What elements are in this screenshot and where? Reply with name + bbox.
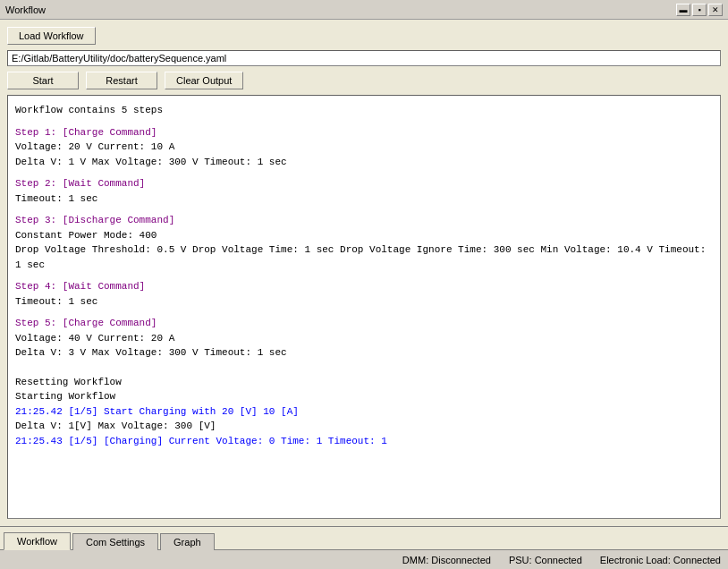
load-status: Electronic Load: Connected [600,555,721,565]
clear-output-button[interactable]: Clear Output [165,72,243,89]
output-line: Step 5: [Charge Command] [15,316,713,331]
output-line: Delta V: 1[V] Max Voltage: 300 [V] [15,419,713,434]
output-line: Starting Workflow [15,389,713,404]
window-controls: ▬ ▪ ✕ [676,4,723,16]
restart-button[interactable]: Restart [86,72,157,89]
output-line: Constant Power Mode: 400 [15,228,713,243]
output-line: Step 1: [Charge Command] [15,125,713,140]
output-line: Step 4: [Wait Command] [15,279,713,294]
maximize-button[interactable]: ▪ [692,4,707,16]
load-workflow-row: Load Workflow [7,27,721,45]
output-line: Delta V: 3 V Max Voltage: 300 V Timeout:… [15,345,713,361]
output-line: Timeout: 1 sec [15,191,713,207]
output-line: Drop Voltage Threshold: 0.5 V Drop Volta… [15,242,713,272]
output-line: Step 2: [Wait Command] [15,176,713,191]
main-content: Load Workflow Start Restart Clear Output… [0,20,728,526]
title-bar: Workflow ▬ ▪ ✕ [0,0,728,20]
psu-status: PSU: Connected [509,555,582,565]
output-area[interactable]: Workflow contains 5 stepsStep 1: [Charge… [7,95,721,519]
action-buttons-row: Start Restart Clear Output [7,72,721,89]
window-title: Workflow [5,4,46,15]
close-button[interactable]: ✕ [708,4,723,16]
dmm-status: DMM: Disconnected [402,555,491,565]
status-bar: DMM: Disconnected PSU: Connected Electro… [0,549,728,569]
output-line: Resetting Workflow [15,375,713,390]
output-line: Step 3: [Discharge Command] [15,213,713,228]
tab-workflow[interactable]: Workflow [4,532,71,550]
output-line: 21:25.43 [1/5] [Charging] Current Voltag… [15,434,713,449]
load-workflow-button[interactable]: Load Workflow [7,27,96,45]
start-button[interactable]: Start [7,72,79,89]
output-line: Voltage: 40 V Current: 20 A [15,331,713,346]
output-line: Delta V: 1 V Max Voltage: 300 V Timeout:… [15,155,713,170]
filepath-input[interactable] [7,50,721,66]
output-line: Timeout: 1 sec [15,294,713,310]
output-line: 21:25.42 [1/5] Start Charging with 20 [V… [15,404,713,420]
tab-com-settings[interactable]: Com Settings [72,533,158,550]
filepath-row [7,50,721,66]
tab-graph[interactable]: Graph [160,533,215,550]
minimize-button[interactable]: ▬ [676,4,690,16]
output-line: Workflow contains 5 steps [15,103,713,118]
output-line: Voltage: 20 V Current: 10 A [15,140,713,155]
tabs-bar: WorkflowCom SettingsGraph [0,526,728,549]
